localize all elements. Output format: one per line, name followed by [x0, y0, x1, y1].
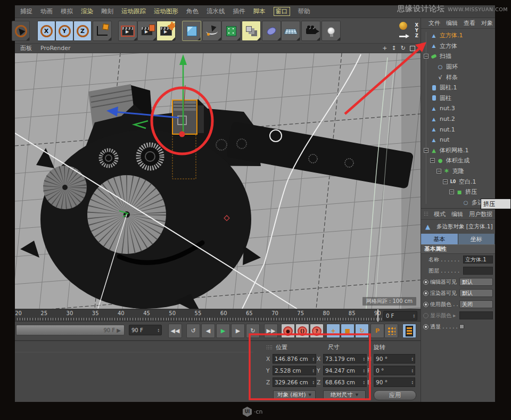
- volume-builder-button[interactable]: [242, 21, 261, 41]
- object-manager-menu-item[interactable]: 编辑: [446, 19, 458, 27]
- record-rotation-button[interactable]: ↻: [355, 324, 369, 338]
- object-tree-item[interactable]: − 克隆: [421, 166, 495, 177]
- go-to-end-button[interactable]: ▶▶: [264, 324, 278, 338]
- record-parameter-button[interactable]: P: [370, 324, 384, 338]
- record-keyframe-button[interactable]: ●: [281, 324, 295, 338]
- floor-button[interactable]: [281, 21, 300, 41]
- play-backwards-button[interactable]: ↺: [186, 324, 200, 338]
- camera-button[interactable]: [301, 21, 320, 41]
- object-tree-item[interactable]: − nut.3: [421, 103, 495, 114]
- expander-icon[interactable]: −: [436, 169, 441, 174]
- keyframe-options-button[interactable]: ?: [310, 324, 324, 338]
- light-button[interactable]: [322, 21, 341, 41]
- xray-radio[interactable]: [423, 324, 428, 330]
- record-position-button[interactable]: +: [326, 324, 340, 338]
- go-to-start-button[interactable]: ◀◀: [168, 324, 182, 338]
- live-selection-button[interactable]: [12, 21, 30, 41]
- position-y-field[interactable]: 2.528 cm▴▾: [273, 366, 316, 375]
- next-key-button[interactable]: ▶: [231, 324, 245, 338]
- object-tree-item[interactable]: − 体积网格.1: [421, 145, 495, 156]
- object-tree-item[interactable]: − 立方体.1: [421, 30, 495, 41]
- viewport-canvas[interactable]: 网格间距 : 100 cm: [15, 53, 421, 309]
- render-visibility-dropdown[interactable]: 默认: [459, 289, 493, 297]
- render-visibility-radio[interactable]: [423, 291, 428, 296]
- object-manager-menu-item[interactable]: 对象: [481, 19, 493, 27]
- panel-grip-icon[interactable]: [266, 345, 273, 350]
- previous-key-button[interactable]: ◀: [201, 324, 215, 338]
- position-x-field[interactable]: 146.876 cm▴▾: [273, 354, 316, 364]
- dimension-y-field[interactable]: 94.247 cm▴▾: [323, 366, 367, 375]
- editor-visibility-dropdown[interactable]: 默认: [459, 278, 493, 286]
- record-scale-button[interactable]: ■: [341, 324, 355, 338]
- xray-checkbox[interactable]: [459, 324, 464, 329]
- primitive-cube-button[interactable]: [182, 21, 201, 41]
- rotation-h-field[interactable]: 90 °▴▾: [374, 354, 415, 364]
- subdivision-surface-button[interactable]: [221, 21, 241, 41]
- menu-item[interactable]: 角色: [186, 7, 199, 15]
- play-button[interactable]: ▶: [216, 324, 230, 338]
- apply-button[interactable]: 应用: [374, 390, 416, 400]
- menu-item[interactable]: 渲染: [81, 7, 93, 15]
- coordinate-mode-dropdown[interactable]: 对象 (相对)▼: [273, 390, 316, 400]
- timeline-ruler[interactable]: 202530354045505560657075808590 0 F▴▾: [15, 309, 421, 322]
- expander-icon[interactable]: −: [449, 190, 454, 194]
- size-mode-dropdown[interactable]: 绝对尺寸▼: [323, 390, 366, 400]
- render-settings-button[interactable]: [156, 21, 176, 41]
- render-to-picture-viewer-button[interactable]: [137, 21, 156, 41]
- tab-prorender[interactable]: ProRender: [40, 45, 71, 52]
- dimension-z-field[interactable]: 68.663 cm▴▾: [323, 377, 367, 387]
- dimension-x-field[interactable]: 73.179 cm▴▾: [323, 354, 367, 364]
- timeline-range-slider[interactable]: 90 F ▶: [16, 325, 125, 335]
- object-tree-item[interactable]: − 圆柱: [421, 93, 495, 104]
- object-tree-item[interactable]: − 立方体: [421, 41, 495, 52]
- display-color-field[interactable]: [459, 311, 493, 319]
- menu-item[interactable]: 帮助: [298, 7, 310, 15]
- loop-button[interactable]: ↻: [246, 324, 260, 338]
- object-tree-item[interactable]: − 圆柱.1: [421, 83, 495, 93]
- object-tree-item[interactable]: − nut: [421, 135, 495, 145]
- menu-item[interactable]: 模拟: [61, 7, 73, 15]
- object-tree-item[interactable]: − 挤压: [421, 187, 495, 197]
- attribute-manager-menu-item[interactable]: 编辑: [451, 210, 463, 218]
- view-rotate-icon[interactable]: ↻: [401, 45, 406, 51]
- view-zoom-icon[interactable]: ↕: [392, 45, 397, 51]
- object-tree-item[interactable]: − 圆环: [421, 62, 495, 72]
- menu-item[interactable]: 脚本: [253, 7, 266, 15]
- object-tree-item[interactable]: − 样条: [421, 72, 495, 83]
- current-frame-spinner[interactable]: 0 F▴▾: [383, 311, 417, 320]
- object-manager-menu-item[interactable]: 文件: [428, 19, 440, 27]
- attribute-manager-menu-item[interactable]: 用户数据: [469, 210, 492, 218]
- position-z-field[interactable]: 329.266 cm▴▾: [273, 377, 316, 387]
- menu-item[interactable]: 动画: [40, 7, 53, 15]
- lock-x-axis-button[interactable]: X: [37, 21, 55, 41]
- lock-y-axis-button[interactable]: Y: [55, 21, 73, 41]
- menu-item[interactable]: 插件: [233, 7, 245, 15]
- attribute-manager-menu-item[interactable]: 模式: [434, 210, 446, 218]
- object-tree-item[interactable]: − nut.1: [421, 124, 495, 135]
- lock-z-axis-button[interactable]: Z: [73, 21, 92, 41]
- display-color-radio[interactable]: [423, 313, 428, 318]
- render-view-button[interactable]: [118, 21, 137, 41]
- view-pan-icon[interactable]: +: [382, 45, 387, 51]
- menu-item[interactable]: 运动图形: [154, 7, 178, 15]
- frame-spinner[interactable]: 90 F▴▾: [129, 325, 162, 335]
- menu-item[interactable]: 雕刻: [101, 7, 113, 15]
- object-tree-item[interactable]: − 扫描: [421, 51, 495, 62]
- expander-icon[interactable]: −: [443, 179, 448, 184]
- menu-item[interactable]: 流水线: [207, 7, 225, 15]
- coordinate-system-button[interactable]: [93, 21, 112, 41]
- tab-coordinates[interactable]: 坐标: [458, 234, 496, 244]
- record-point-level-button[interactable]: [384, 324, 398, 338]
- object-tree-item[interactable]: − 体积生成: [421, 155, 495, 166]
- solo-mode-button[interactable]: [402, 324, 416, 338]
- use-color-dropdown[interactable]: 关闭: [459, 300, 493, 308]
- spline-pen-button[interactable]: [202, 21, 221, 41]
- use-color-radio[interactable]: [423, 302, 428, 307]
- expander-icon[interactable]: −: [424, 54, 428, 59]
- expander-icon[interactable]: −: [430, 158, 435, 163]
- object-manager-menu-item[interactable]: 查看: [464, 19, 475, 27]
- tab-basic[interactable]: 基本: [421, 234, 458, 244]
- rotation-p-field[interactable]: 0 °▴▾: [374, 366, 415, 375]
- playhead-marker[interactable]: [377, 309, 378, 322]
- name-field[interactable]: 立方体.1: [463, 256, 493, 263]
